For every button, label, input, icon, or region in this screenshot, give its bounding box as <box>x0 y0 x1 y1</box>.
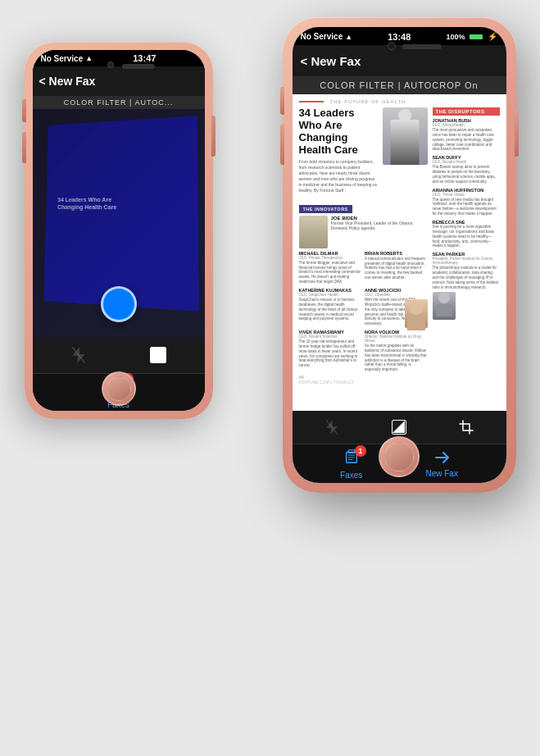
disruptor-item: JONATHAN BUSH CEO, AthenaHealth The most… <box>433 118 500 152</box>
phone-1-camera <box>107 61 114 68</box>
doc-headline: 34 Leaders Who Are Changing Health Care <box>299 107 379 157</box>
phone-2-status-right: 100% ⚡ <box>446 32 497 41</box>
document-preview: THE FUTURE OF HEALTH 34 Leaders Who Ar <box>293 94 506 411</box>
bw-icon-container <box>392 420 406 435</box>
disruptor-title: CEO, Thrive Global <box>433 193 500 197</box>
person-desc: The 32-year-old entrepreneur and former … <box>299 339 362 368</box>
phone-1-status-bar: No Service ▲ 13:47 <box>33 50 205 66</box>
document-content: THE FUTURE OF HEALTH 34 Leaders Who Ar <box>293 94 506 411</box>
phone-2-battery-fill <box>470 34 483 39</box>
doc-main-figure <box>391 120 420 165</box>
faxes-label-p2: Faxes <box>340 471 362 480</box>
person-title: CEO, 23andMe <box>365 293 428 297</box>
phone-1: No Service ▲ 13:47 < New Fax COLOR FILTE… <box>25 42 213 419</box>
bw-filter-icon[interactable] <box>145 342 171 368</box>
phone-2-screen: No Service ▲ 13:48 100% ⚡ <box>293 27 506 483</box>
disruptor-desc: The Boston startup aims to prevent diabe… <box>433 165 500 184</box>
phone-1-back-btn[interactable]: < New Fax <box>39 75 96 88</box>
phone-1-power-button <box>211 116 216 157</box>
doc-joe-biden-desc: Former Vice President, Leader of the Oba… <box>331 221 428 231</box>
doc-main-head <box>398 109 411 122</box>
sean-parker-photo <box>433 292 456 320</box>
phone-2-power-button <box>515 107 519 157</box>
phone-2: No Service ▲ 13:48 100% ⚡ <box>283 17 516 493</box>
tab-new-fax[interactable]: New Fax <box>425 449 457 478</box>
disruptor-item: SEAN DUFFY CEO, Novalto Health The Bosto… <box>433 155 500 184</box>
phone-2-flash-off-icon[interactable] <box>319 414 345 440</box>
doc-headline-row: 34 Leaders Who Are Changing Health Care … <box>299 107 428 196</box>
tab-faxes-p2[interactable]: 1 Faxes <box>340 449 362 480</box>
home-btn-inner <box>384 442 414 471</box>
capture-button[interactable] <box>101 286 137 322</box>
phone-1-wifi-icon: ▲ <box>85 54 93 62</box>
phone-1-carrier: No Service <box>41 54 84 63</box>
phone-2-filter-bar: COLOR FILTER | AUTOCROP On <box>293 76 506 94</box>
phone-1-screen: No Service ▲ 13:47 < New Fax COLOR FILTE… <box>33 50 205 411</box>
doc-header-label: THE FUTURE OF HEALTH <box>330 99 406 104</box>
phone-2-camera <box>388 42 396 50</box>
person-desc: A natural communicator and frequent pres… <box>365 257 428 280</box>
new-fax-label: New Fax <box>425 469 457 478</box>
new-fax-arrow-icon <box>433 449 451 467</box>
disruptor-item: REBECCA SNE Sne is pushing for a more di… <box>433 220 500 248</box>
faxes-icon-p2: 1 <box>343 449 360 469</box>
phone-1-nav-bar: < New Fax <box>33 66 205 96</box>
phone-2-battery-icon <box>468 33 484 41</box>
phone-1-speaker <box>122 64 155 69</box>
doc-people-grid: MICHAEL DILMAR CEO, Private Therapeutics… <box>299 251 428 372</box>
person-title: CEO, SnapChart Health <box>299 293 362 297</box>
doc-header-line-red <box>299 101 324 102</box>
phone-1-home-button[interactable] <box>102 371 136 406</box>
anne-wojcicki-photo <box>405 299 428 328</box>
phone-1-filter-label: COLOR FILTER | AUTOC... <box>64 98 174 107</box>
person-title: CEO, Roivant Sciences <box>299 335 362 339</box>
phone-2-shell: No Service ▲ 13:48 100% ⚡ <box>283 17 516 493</box>
sean-head <box>438 292 450 303</box>
disruptor-title: President, Parker Institute for Cancer I… <box>433 257 500 265</box>
phone-2-nav-bar: < New Fax <box>293 45 506 76</box>
list-item: NORA VOLKOW Director, National Institute… <box>365 330 428 372</box>
doc-joe-biden-text: JOE BIDEN Former Vice President, Leader … <box>331 216 428 248</box>
doc-featured-person: JOE BIDEN Former Vice President, Leader … <box>299 216 428 248</box>
doc-headline-area: 34 Leaders Who Are Changing Health Care … <box>299 107 379 196</box>
phone-2-status-left: No Service ▲ <box>301 32 353 41</box>
list-item: KATHERINE KUJMAKAS CEO, SnapChart Health… <box>299 288 362 326</box>
doc-header: THE FUTURE OF HEALTH <box>299 99 500 104</box>
person-desc: As the nation grapples with an epidemic … <box>365 344 428 372</box>
phone-2-carrier: No Service <box>301 32 343 41</box>
phone-2-home-button[interactable] <box>379 436 420 477</box>
list-item: MICHAEL DILMAR CEO, Private Therapeutics… <box>299 251 362 285</box>
flash-off-icon[interactable] <box>66 342 92 368</box>
doc-main-photo <box>383 107 428 196</box>
phone-1-volume-up-button <box>22 99 26 122</box>
list-item: VIVEK RAMASWAMY CEO, Roivant Sciences Th… <box>299 330 362 372</box>
doc-main-person-image <box>383 107 428 165</box>
phone-2-battery-pct: 100% <box>446 33 465 41</box>
phone-1-shell: No Service ▲ 13:47 < New Fax COLOR FILTE… <box>25 42 213 419</box>
person-name: BRIAN ROBERTS <box>365 251 428 256</box>
phone-1-camera-view: 34 Leaders Who AreChanging Health Care <box>33 109 205 337</box>
phone-2-wifi-icon: ▲ <box>345 33 352 41</box>
phone-1-volume-down-button <box>22 132 26 163</box>
disruptors-header: THE DISRUPTORS <box>433 107 500 116</box>
anne-photo-head <box>410 302 423 315</box>
crop-icon[interactable] <box>453 414 479 440</box>
doc-byline: From bold investors to company builders,… <box>299 159 379 194</box>
disruptor-desc: The most persuasive and outspoken voice … <box>433 128 500 152</box>
phone-2-back-btn[interactable]: < New Fax <box>301 54 361 68</box>
list-item: ANNE WOJCICKI CEO, 23andMe With the rece… <box>365 288 428 326</box>
phone-1-filter-bar: COLOR FILTER | AUTOC... <box>33 96 205 109</box>
camera-document-blue <box>43 116 198 312</box>
person-desc: The former blogger, executive and financ… <box>299 261 362 285</box>
bw-triangle <box>393 421 405 433</box>
sean-body <box>436 304 452 317</box>
doc-main-layout: 34 Leaders Who Are Changing Health Care … <box>299 107 500 385</box>
disruptor-title: CEO, AthenaHealth <box>433 123 500 127</box>
person-title: CEO, Private Therapeutics <box>299 256 362 260</box>
doc-left-col: 34 Leaders Who Are Changing Health Care … <box>299 107 428 385</box>
phone-2-status-bar: No Service ▲ 13:48 100% ⚡ <box>293 27 506 45</box>
person-desc: SnapChart's mission is to harness databa… <box>299 298 362 321</box>
phone-2-speaker <box>402 44 442 49</box>
phone-2-inner: No Service ▲ 13:48 100% ⚡ <box>293 27 506 483</box>
phone-2-volume-down-button <box>280 124 284 165</box>
